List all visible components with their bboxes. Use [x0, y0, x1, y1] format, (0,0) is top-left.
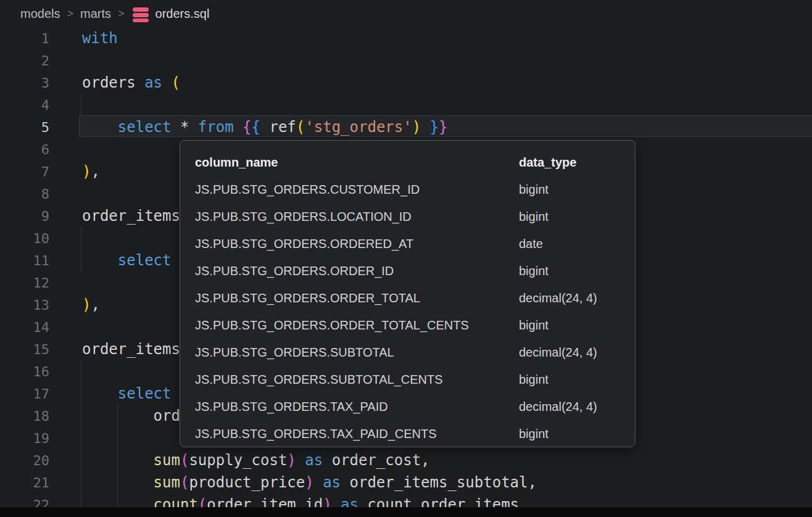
column-name-cell: JS.PUB.STG_ORDERS.SUBTOTAL	[195, 345, 519, 360]
code-line-text: select	[82, 249, 172, 271]
column-name-cell: JS.PUB.STG_ORDERS.SUBTOTAL_CENTS	[195, 373, 519, 387]
line-number: 19	[0, 431, 49, 446]
column-name-header: column_name	[195, 155, 519, 170]
line-number: 20	[0, 453, 49, 468]
line-number: 18	[0, 408, 49, 424]
popup-data-row: JS.PUB.STG_ORDERS.TAX_PAIDdecimal(24, 4)	[180, 393, 635, 420]
line-number: 3	[0, 75, 49, 91]
code-line[interactable]: 1with	[0, 27, 812, 49]
line-number: 17	[0, 386, 49, 402]
data-type-cell: decimal(24, 4)	[519, 345, 597, 360]
line-number: 2	[0, 53, 49, 68]
column-name-cell: JS.PUB.STG_ORDERS.ORDER_TOTAL_CENTS	[195, 318, 519, 333]
popup-data-row: JS.PUB.STG_ORDERS.ORDERED_ATdate	[180, 230, 635, 257]
data-type-cell: bigint	[519, 264, 549, 278]
code-line-text: order_items	[82, 205, 180, 227]
data-type-cell: decimal(24, 4)	[519, 291, 597, 305]
code-line-text: ),	[82, 160, 100, 183]
popup-data-row: JS.PUB.STG_ORDERS.SUBTOTALdecimal(24, 4)	[180, 339, 635, 366]
data-type-cell: decimal(24, 4)	[519, 400, 597, 414]
code-line-text: select	[82, 383, 172, 405]
popup-data-row: JS.PUB.STG_ORDERS.ORDER_IDbigint	[180, 257, 635, 284]
code-line-text: ord	[82, 405, 180, 427]
code-line-text: sum(supply_cost) as order_cost,	[82, 449, 430, 471]
data-type-cell: bigint	[519, 373, 549, 387]
line-number: 1	[0, 31, 49, 46]
data-type-cell: date	[519, 237, 543, 251]
column-name-cell: JS.PUB.STG_ORDERS.TAX_PAID	[195, 400, 519, 414]
breadcrumb-item-models[interactable]: models	[20, 7, 60, 21]
column-name-cell: JS.PUB.STG_ORDERS.ORDER_TOTAL	[195, 291, 519, 305]
column-name-cell: JS.PUB.STG_ORDERS.CUSTOMER_ID	[195, 183, 519, 197]
code-line[interactable]: 2	[0, 49, 812, 72]
line-number: 14	[0, 320, 49, 335]
code-line[interactable]: 20 sum(supply_cost) as order_cost,	[0, 449, 812, 471]
code-line-text: with	[82, 27, 118, 49]
data-type-cell: bigint	[519, 210, 549, 224]
popup-data-row: JS.PUB.STG_ORDERS.LOCATION_IDbigint	[180, 203, 635, 230]
line-number: 9	[0, 209, 49, 224]
line-number: 8	[0, 186, 49, 202]
database-icon	[131, 7, 150, 23]
column-name-cell: JS.PUB.STG_ORDERS.ORDERED_AT	[195, 237, 519, 251]
column-name-cell: JS.PUB.STG_ORDERS.ORDER_ID	[195, 264, 519, 278]
line-number: 5	[0, 120, 49, 135]
popup-data-row: JS.PUB.STG_ORDERS.ORDER_TOTAL_CENTSbigin…	[180, 312, 635, 339]
line-number: 7	[0, 164, 49, 180]
code-line-text: orders as (	[82, 72, 180, 94]
code-line-text: ),	[82, 294, 100, 316]
column-name-cell: JS.PUB.STG_ORDERS.LOCATION_ID	[195, 210, 519, 224]
line-number: 13	[0, 297, 49, 313]
popup-header-row: column_namedata_type	[180, 149, 635, 176]
editor-window: models > marts > orders.sql 1with23order…	[0, 0, 812, 517]
popup-data-row: JS.PUB.STG_ORDERS.SUBTOTAL_CENTSbigint	[180, 366, 635, 393]
code-line[interactable]: 3orders as (	[0, 72, 812, 94]
code-line[interactable]: 4	[0, 94, 812, 116]
chevron-right-icon: >	[67, 7, 73, 20]
code-line[interactable]: 5 select * from {{ ref('stg_orders') }}	[0, 116, 812, 138]
code-line[interactable]: 21 sum(product_price) as order_items_sub…	[0, 471, 812, 494]
column-info-popup: column_namedata_typeJS.PUB.STG_ORDERS.CU…	[180, 140, 636, 447]
data-type-cell: bigint	[519, 318, 549, 333]
breadcrumb-file-name[interactable]: orders.sql	[155, 7, 210, 21]
line-number: 4	[0, 97, 49, 113]
line-number: 6	[0, 142, 49, 157]
chevron-right-icon: >	[118, 7, 125, 20]
line-number: 15	[0, 342, 49, 357]
data-type-cell: bigint	[519, 183, 549, 197]
line-number: 21	[0, 475, 49, 490]
line-number: 10	[0, 231, 49, 246]
line-number: 11	[0, 253, 49, 268]
data-type-cell: bigint	[519, 427, 549, 441]
popup-data-row: JS.PUB.STG_ORDERS.ORDER_TOTALdecimal(24,…	[180, 284, 635, 312]
breadcrumb-item-marts[interactable]: marts	[80, 7, 111, 21]
popup-data-row: JS.PUB.STG_ORDERS.CUSTOMER_IDbigint	[180, 176, 635, 203]
popup-data-row: JS.PUB.STG_ORDERS.TAX_PAID_CENTSbigint	[180, 420, 635, 447]
code-line-text: order_items	[82, 338, 180, 360]
column-name-cell: JS.PUB.STG_ORDERS.TAX_PAID_CENTS	[195, 427, 519, 441]
breadcrumb: models > marts > orders.sql	[0, 0, 812, 27]
line-number: 12	[0, 275, 49, 291]
code-line-text: sum(product_price) as order_items_subtot…	[82, 471, 537, 494]
data-type-header: data_type	[519, 155, 576, 170]
window-bottom-edge	[0, 507, 812, 517]
code-line-text: select * from {{ ref('stg_orders') }}	[82, 116, 447, 138]
line-number: 16	[0, 364, 49, 379]
